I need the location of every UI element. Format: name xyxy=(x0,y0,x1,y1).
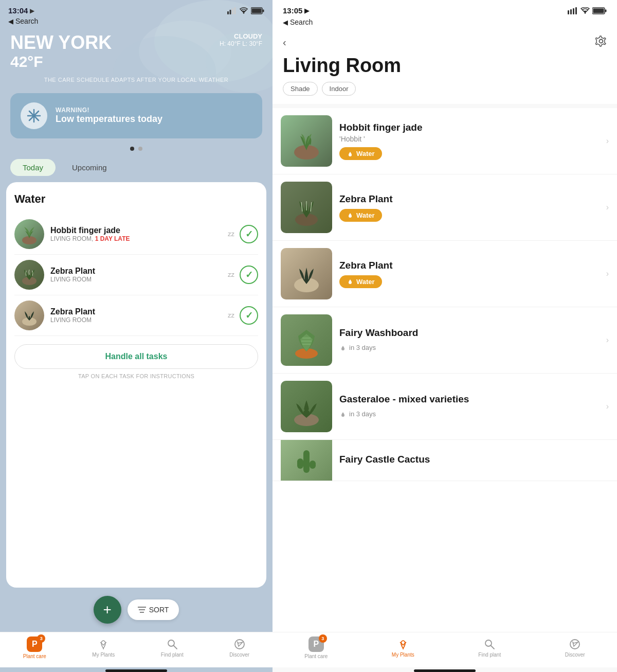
right-plantcare-badge: 3 xyxy=(319,634,327,643)
plant-list-name-1: Zebra Plant xyxy=(339,193,599,205)
section-title-water: Water xyxy=(14,192,258,206)
warning-body: Low temperatures today xyxy=(56,114,162,125)
plant-list-item-5[interactable]: Fairy Castle Cactus xyxy=(273,440,617,481)
weather-subtitle: THE CARE SCHEDULE ADAPTS AFTER YOUR LOCA… xyxy=(0,77,273,83)
signal-icons-left xyxy=(227,7,264,14)
svg-point-26 xyxy=(235,640,244,649)
tab-today[interactable]: Today xyxy=(10,159,56,176)
svg-line-51 xyxy=(491,646,494,649)
check-btn-1[interactable]: ✓ xyxy=(240,266,258,284)
check-btn-2[interactable]: ✓ xyxy=(240,306,258,325)
plant-list-info-1: Zebra Plant Water xyxy=(339,193,599,222)
right-tab-plantcare-label: Plant care xyxy=(304,653,328,659)
plant-list-item-2[interactable]: Zebra Plant Water › xyxy=(273,241,617,307)
plant-list-item-4[interactable]: Gasteraloe - mixed varieties in 3 days › xyxy=(273,374,617,440)
svg-rect-4 xyxy=(227,11,229,14)
plant-img-hobbit xyxy=(281,115,332,167)
sort-button[interactable]: SORT xyxy=(128,599,179,620)
bottom-actions: + SORT xyxy=(0,588,273,632)
findplant-icon xyxy=(166,638,178,650)
left-tab-bar: P 3 Plant care My Plants Find plant xyxy=(0,632,273,667)
svg-rect-29 xyxy=(573,8,574,14)
tags-row: Shade Indoor xyxy=(283,82,607,96)
plant-list-name-4: Gasteraloe - mixed varieties xyxy=(339,394,599,405)
search-left[interactable]: ◀ Search xyxy=(0,17,273,27)
weather-temp: 42°F xyxy=(10,53,262,70)
left-tab-plantcare[interactable]: P 3 Plant care xyxy=(23,636,46,659)
plant-img-cactus xyxy=(281,440,332,481)
left-tab-discover-label: Discover xyxy=(229,652,249,658)
zz-icon-1[interactable]: zz xyxy=(228,271,234,278)
signal-icon-right xyxy=(568,7,578,14)
task-row-0[interactable]: Hobbit finger jade LIVING ROOM, 1 DAY LA… xyxy=(14,214,258,255)
plant-name-0: Hobbit finger jade xyxy=(50,226,222,235)
right-tab-plantcare[interactable]: P 3 Plant care xyxy=(304,636,328,659)
settings-button[interactable] xyxy=(595,36,607,49)
task-row-1[interactable]: Zebra Plant LIVING ROOM zz ✓ xyxy=(14,255,258,295)
svg-rect-10 xyxy=(263,9,264,12)
left-tab-findplant[interactable]: Find plant xyxy=(161,638,184,658)
water-badge-2[interactable]: Water xyxy=(339,275,382,288)
water-drop-icon-0 xyxy=(347,151,354,157)
right-tab-discover[interactable]: Discover xyxy=(565,638,585,658)
task-icons-1: zz ✓ xyxy=(228,266,258,284)
water-badge-1[interactable]: Water xyxy=(339,209,382,222)
svg-rect-7 xyxy=(234,7,236,14)
right-tab-findplant[interactable]: Find plant xyxy=(478,638,501,658)
search-text-left: Search xyxy=(15,17,38,25)
zz-icon-0[interactable]: zz xyxy=(228,230,234,238)
right-tab-discover-label: Discover xyxy=(565,652,585,658)
discover-icon xyxy=(233,638,246,650)
warning-card[interactable]: WARNING! Low temperatures today xyxy=(10,93,262,138)
plant-img-zebra2 xyxy=(281,248,332,299)
right-home-indicator xyxy=(414,669,476,672)
zz-icon-2[interactable]: zz xyxy=(228,311,234,319)
warning-title: WARNING! xyxy=(56,107,162,114)
task-row-2[interactable]: Zebra Plant LIVING ROOM zz ✓ xyxy=(14,295,258,336)
plant-list-info-5: Fairy Castle Cactus xyxy=(339,454,609,467)
check-btn-0[interactable]: ✓ xyxy=(240,225,258,243)
search-right[interactable]: ◀ Search xyxy=(273,17,617,29)
dot-2[interactable] xyxy=(138,147,142,151)
gear-icon xyxy=(595,36,607,47)
water-drop-icon-4 xyxy=(339,411,347,417)
hobbit-plant-img xyxy=(17,222,42,246)
plant-list-item-3[interactable]: Fairy Washboard in 3 days › xyxy=(273,307,617,374)
weather-right: CLOUDY H: 40°F L: 30°F xyxy=(220,32,262,47)
left-tab-myplants[interactable]: My Plants xyxy=(92,638,115,658)
tab-upcoming[interactable]: Upcoming xyxy=(60,159,119,176)
plant-list-item-0[interactable]: Hobbit finger jade 'Hobbit ' Water › xyxy=(273,108,617,174)
svg-rect-33 xyxy=(605,9,607,12)
left-tab-discover[interactable]: Discover xyxy=(229,638,249,658)
cactus-img-right xyxy=(286,440,327,481)
plant-list-info-4: Gasteraloe - mixed varieties in 3 days xyxy=(339,394,599,419)
plant-list-info-0: Hobbit finger jade 'Hobbit ' Water xyxy=(339,122,599,160)
plant-thumb-zebra1 xyxy=(14,260,44,290)
task-icons-2: zz ✓ xyxy=(228,306,258,325)
handle-all-button[interactable]: Handle all tasks xyxy=(14,344,258,369)
water-drop-icon-3 xyxy=(339,345,347,351)
plant-location-1: LIVING ROOM xyxy=(50,276,222,283)
time-value-right: 13:05 xyxy=(283,6,302,15)
svg-rect-11 xyxy=(252,8,262,13)
task-icons-0: zz ✓ xyxy=(228,225,258,243)
plant-name-2: Zebra Plant xyxy=(50,307,222,316)
right-tab-myplants[interactable]: My Plants xyxy=(392,638,414,658)
gasteraloe-img-right xyxy=(286,386,327,427)
add-plant-button[interactable]: + xyxy=(94,596,121,624)
tag-indoor[interactable]: Indoor xyxy=(322,82,356,96)
right-myplants-icon xyxy=(397,638,409,650)
plant-list-info-3: Fairy Washboard in 3 days xyxy=(339,327,599,353)
dot-1[interactable] xyxy=(130,147,134,151)
indays-badge-4: in 3 days xyxy=(339,410,376,418)
plant-list-item-1[interactable]: Zebra Plant Water › xyxy=(273,174,617,241)
tap-hint: TAP ON EACH TASK FOR INSTRUCTIONS xyxy=(14,373,258,379)
water-badge-0[interactable]: Water xyxy=(339,147,382,160)
left-panel: 13:04 ▶ ◀ Search xyxy=(0,0,273,672)
status-bar-left: 13:04 ▶ xyxy=(0,0,273,17)
right-discover-icon xyxy=(569,638,581,650)
carousel-dots xyxy=(0,147,273,151)
tag-shade[interactable]: Shade xyxy=(283,82,318,96)
back-button[interactable]: ‹ xyxy=(283,34,286,50)
chevron-4: › xyxy=(606,402,609,411)
